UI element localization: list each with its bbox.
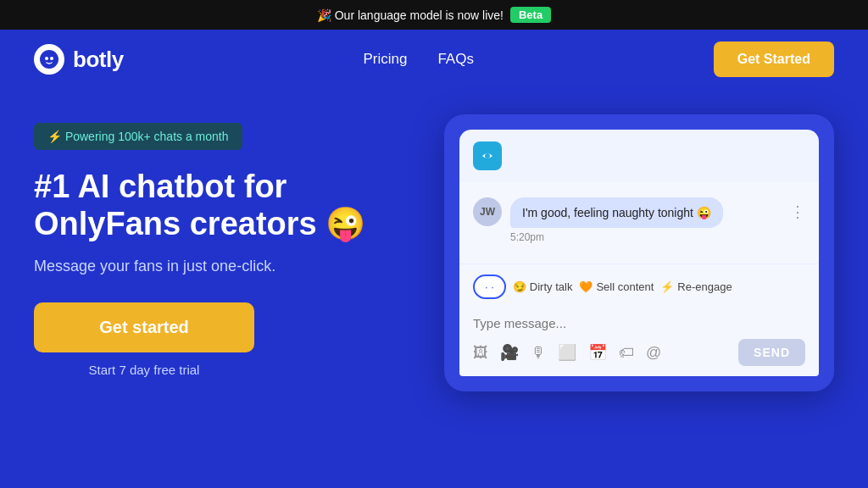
quick-actions-bar: · · 😏 Dirty talk 🧡 Sell content ⚡ Re-eng… <box>459 263 819 308</box>
at-icon[interactable]: @ <box>646 344 661 362</box>
image-icon[interactable]: 🖼 <box>473 344 488 362</box>
beta-badge: Beta <box>510 7 551 23</box>
chat-window: JW I'm good, feeling naughty tonight 😜 ⋮… <box>444 114 834 391</box>
left-section: ⚡ Powering 100k+ chats a month #1 AI cha… <box>34 114 393 377</box>
dirty-talk-emoji: 😏 <box>513 280 526 293</box>
input-toolbar: 🖼 🎥 🎙 ⬜ 📅 🏷 @ SEND <box>473 339 805 366</box>
svg-point-3 <box>485 153 490 158</box>
logo-text: botly <box>73 47 124 73</box>
logo-area: botly <box>34 44 124 75</box>
action-sell-content[interactable]: 🧡 Sell content <box>579 280 654 293</box>
sell-content-label: Sell content <box>596 280 654 293</box>
message-bubble: I'm good, feeling naughty tonight 😜 <box>510 197 723 228</box>
nav-link-faqs[interactable]: FAQs <box>437 51 474 68</box>
reengage-emoji: ⚡ <box>660 280 674 293</box>
chat-footer <box>459 373 819 376</box>
hero-title-line2: OnlyFans creators 😜 <box>34 206 365 241</box>
navbar: botly Pricing FAQs Get Started <box>0 30 868 89</box>
hero-subtitle: Message your fans in just one-click. <box>34 258 393 275</box>
reengage-label: Re-engage <box>677 280 732 293</box>
message-text: I'm good, feeling naughty tonight 😜 <box>522 206 711 219</box>
action-reengage[interactable]: ⚡ Re-engage <box>660 280 732 293</box>
chat-logo-icon <box>473 141 502 170</box>
hero-title-line1: #1 AI chatbot for <box>34 169 287 204</box>
media-icon[interactable]: ⬜ <box>558 343 576 362</box>
sell-content-emoji: 🧡 <box>579 280 593 293</box>
hero-get-started-button[interactable]: Get started <box>34 302 254 352</box>
send-button[interactable]: SEND <box>738 339 805 366</box>
chat-body: JW I'm good, feeling naughty tonight 😜 ⋮… <box>459 182 819 263</box>
pill-dots: · · <box>485 280 494 293</box>
trial-text: Start 7 day free trial <box>34 363 254 377</box>
message-input[interactable] <box>473 316 805 330</box>
nav-get-started-button[interactable]: Get Started <box>714 42 834 77</box>
announcement-text: 🎉 Our language model is now live! <box>317 8 504 22</box>
action-dirty-talk[interactable]: 😏 Dirty talk <box>513 280 573 293</box>
nav-links: Pricing FAQs <box>363 51 473 68</box>
message-options-icon[interactable]: ⋮ <box>790 197 805 221</box>
nav-link-pricing[interactable]: Pricing <box>363 51 407 68</box>
action-pill-dots[interactable]: · · <box>473 274 506 299</box>
announcement-bar: 🎉 Our language model is now live! Beta <box>0 0 868 30</box>
message-time: 5:20pm <box>510 231 805 243</box>
chat-message-row: JW I'm good, feeling naughty tonight 😜 ⋮ <box>473 197 805 228</box>
svg-point-0 <box>40 50 58 69</box>
chat-header <box>459 130 819 182</box>
powering-badge: ⚡ Powering 100k+ chats a month <box>34 123 242 150</box>
calendar-icon[interactable]: 📅 <box>588 343 607 362</box>
sender-avatar: JW <box>473 197 502 226</box>
dirty-talk-label: Dirty talk <box>530 280 573 293</box>
video-icon[interactable]: 🎥 <box>500 343 519 362</box>
tag-icon[interactable]: 🏷 <box>619 344 634 362</box>
main-content: ⚡ Powering 100k+ chats a month #1 AI cha… <box>0 89 868 391</box>
sender-initials: JW <box>480 206 495 218</box>
hero-title: #1 AI chatbot for OnlyFans creators 😜 <box>34 169 393 242</box>
svg-point-2 <box>50 57 53 60</box>
logo-icon <box>34 44 64 75</box>
mic-icon[interactable]: 🎙 <box>531 344 546 362</box>
message-input-area: 🖼 🎥 🎙 ⬜ 📅 🏷 @ SEND <box>459 308 819 373</box>
svg-point-1 <box>45 57 48 60</box>
right-section: JW I'm good, feeling naughty tonight 😜 ⋮… <box>444 114 834 391</box>
